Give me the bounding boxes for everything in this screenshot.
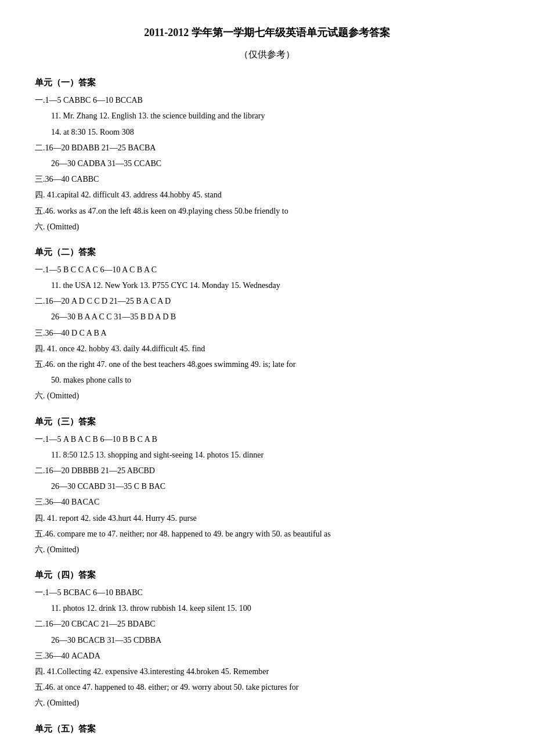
line-unit3-6: 五.46. compare me to 47. neither; nor 48.…	[35, 527, 499, 541]
line-unit3-4: 三.36—40 BACAC	[35, 495, 499, 509]
line-unit4-4: 三.36—40 ACADA	[35, 649, 499, 663]
sub-title: （仅供参考）	[35, 46, 499, 63]
line-unit4-5: 四. 41.Collecting 42. expensive 43.intere…	[35, 664, 499, 679]
line-unit2-8: 六. (Omitted)	[35, 388, 499, 403]
line-unit4-3: 26—30 BCACB 31—35 CDBBA	[51, 633, 499, 647]
section-title-unit1: 单元（一）答案	[35, 75, 499, 91]
line-unit3-1: 11. 8:50 12.5 13. shopping and sight-see…	[51, 448, 499, 462]
section-title-unit5: 单元（五）答案	[35, 721, 499, 737]
section-unit1: 单元（一）答案一.1—5 CABBC 6—10 BCCAB11. Mr. Zha…	[35, 75, 499, 234]
line-unit2-2: 二.16—20 A D C C D 21—25 B A C A D	[35, 294, 499, 308]
line-unit3-2: 二.16—20 DBBBB 21—25 ABCBD	[35, 463, 499, 478]
line-unit4-0: 一.1—5 BCBAC 6—10 BBABC	[35, 585, 499, 600]
line-unit4-7: 六. (Omitted)	[35, 696, 499, 710]
section-title-unit4: 单元（四）答案	[35, 567, 499, 583]
line-unit2-1: 11. the USA 12. New York 13. P755 CYC 14…	[51, 278, 499, 293]
line-unit4-2: 二.16—20 CBCAC 21—25 BDABC	[35, 617, 499, 631]
line-unit4-6: 五.46. at once 47. happened to 48. either…	[35, 680, 499, 694]
section-unit4: 单元（四）答案一.1—5 BCBAC 6—10 BBABC11. photos …	[35, 567, 499, 711]
line-unit1-4: 26—30 CADBA 31—35 CCABC	[51, 156, 499, 171]
section-unit5: 单元（五）答案	[35, 721, 499, 737]
line-unit3-7: 六. (Omitted)	[35, 542, 499, 557]
section-title-unit3: 单元（三）答案	[35, 414, 499, 430]
section-unit2: 单元（二）答案一.1—5 B C C A C 6—10 A C B A C11.…	[35, 244, 499, 404]
line-unit1-6: 四. 41.capital 42. difficult 43. address …	[35, 188, 499, 202]
line-unit1-8: 六. (Omitted)	[35, 219, 499, 234]
line-unit3-3: 26—30 CCABD 31—35 C B BAC	[51, 479, 499, 494]
line-unit1-0: 一.1—5 CABBC 6—10 BCCAB	[35, 93, 499, 107]
section-title-unit2: 单元（二）答案	[35, 244, 499, 260]
line-unit3-0: 一.1—5 A B A C B 6—10 B B C A B	[35, 432, 499, 447]
line-unit1-1: 11. Mr. Zhang 12. English 13. the scienc…	[51, 109, 499, 123]
line-unit2-7: 50. makes phone calls to	[51, 373, 499, 387]
line-unit2-0: 一.1—5 B C C A C 6—10 A C B A C	[35, 262, 499, 277]
line-unit1-2: 14. at 8:30 15. Room 308	[51, 125, 499, 139]
line-unit1-3: 二.16—20 BDABB 21—25 BACBA	[35, 141, 499, 155]
line-unit2-5: 四. 41. once 42. hobby 43. daily 44.diffi…	[35, 341, 499, 356]
line-unit1-7: 五.46. works as 47.on the left 48.is keen…	[35, 204, 499, 218]
section-unit3: 单元（三）答案一.1—5 A B A C B 6—10 B B C A B11.…	[35, 414, 499, 557]
main-title: 2011-2012 学年第一学期七年级英语单元试题参考答案	[35, 23, 499, 42]
line-unit2-3: 26—30 B A A C C 31—35 B D A D B	[51, 309, 499, 324]
line-unit2-4: 三.36—40 D C A B A	[35, 326, 499, 340]
line-unit4-1: 11. photos 12. drink 13. throw rubbish 1…	[51, 601, 499, 615]
line-unit3-5: 四. 41. report 42. side 43.hurt 44. Hurry…	[35, 511, 499, 525]
line-unit2-6: 五.46. on the right 47. one of the best t…	[35, 357, 499, 372]
line-unit1-5: 三.36—40 CABBC	[35, 172, 499, 186]
